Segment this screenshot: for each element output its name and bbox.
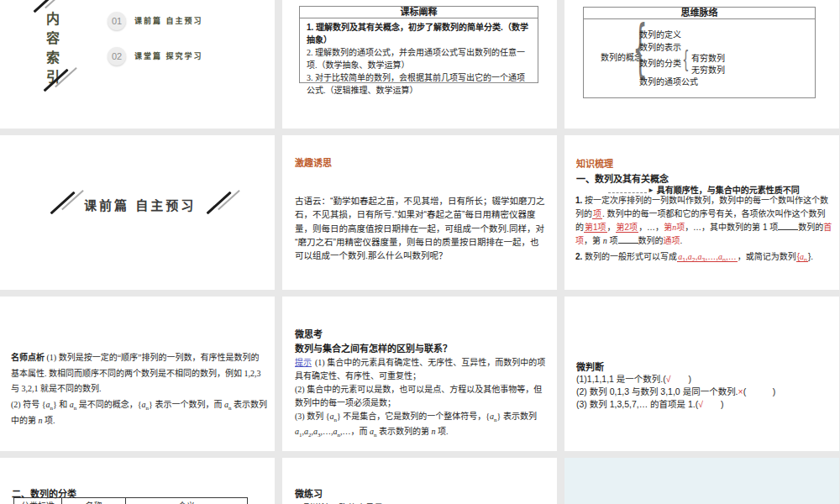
slide-toc[interactable]: 内容索引 01 课前篇 自主预习 02 课堂篇 探究学习 bbox=[0, 0, 275, 129]
judge-item-1: (1)1,1,1,1 是一个数列.(√ ) bbox=[576, 372, 775, 385]
curriculum-item: 1. 理解数列及其有关概念，初步了解数列的简单分类.（数学抽象） bbox=[307, 21, 531, 46]
hint-p1: (1) 集合中的元素具有确定性、无序性、互异性，而数列中的项具有确定性、有序性、… bbox=[295, 358, 545, 381]
mindmap-box-title: 思维脉络 bbox=[584, 8, 815, 19]
slide-micro-judge[interactable]: 微判断 (1)1,1,1,1 是一个数列.(√ ) (2) 数列 0,1,3 与… bbox=[564, 297, 839, 451]
micro-think-heading: 微思考 bbox=[295, 327, 323, 340]
slide-knowledge[interactable]: 知识梳理 一、数列及其有关概念 ► 具有顺序性，与集合中的元素性质不同 1. 按… bbox=[564, 135, 839, 290]
curriculum-item: 2. 理解数列的通项公式，并会用通项公式写出数列的任意一项.（数学抽象、数学运算… bbox=[307, 46, 531, 71]
mindmap-branch: 数列的定义 bbox=[639, 28, 681, 40]
knowledge-heading: 知识梳理 bbox=[576, 156, 613, 170]
toc-item-explore[interactable]: 课堂篇 探究学习 bbox=[134, 47, 203, 66]
pen-icon bbox=[203, 182, 244, 220]
brace-left-icon: { bbox=[682, 48, 689, 72]
knowledge-item-2: 2. 数列的一般形式可以写成a1,a2,a3,…,an,…，或简记为数列{an}… bbox=[575, 250, 833, 267]
motivation-body: 古语云：“勤学如春起之苗，不见其增，日有所长；辍学如磨刀之石，不见其损，日有所亏… bbox=[295, 194, 546, 262]
mindmap-branch: 数列的通项公式 bbox=[639, 75, 698, 87]
mindmap-sub-branch: 有穷数列 bbox=[691, 51, 725, 64]
micro-practice-line: 下列说法正确的序号是 bbox=[295, 501, 383, 504]
hint-label: 提示 bbox=[295, 358, 312, 367]
micro-practice-heading: 微练习 bbox=[295, 486, 323, 500]
index-badge-02: 02 bbox=[108, 47, 126, 66]
slide-mind-map[interactable]: 思维脉络 数列的概念 { 数列的定义 数列的表示 数列的分类 数列的通项公式 {… bbox=[564, 0, 839, 129]
slide-motivation[interactable]: 激趣诱思 古语云：“勤学如春起之苗，不见其增，日有所长；辍学如磨刀之石，不见其损… bbox=[282, 135, 557, 290]
slide-divider-blue[interactable] bbox=[564, 458, 839, 504]
knowledge-item-1: 1. 按一定次序排列的一列数叫作数列，数列中的每一个数叫作这个数列的项. 数列中… bbox=[575, 194, 833, 248]
mindmap-branch: 数列的表示 bbox=[639, 40, 681, 53]
index-badge-01: 01 bbox=[108, 12, 126, 30]
table-header-name: 名称 bbox=[62, 498, 126, 504]
curriculum-box-title: 课标阐释 bbox=[300, 7, 538, 18]
curriculum-box: 课标阐释 1. 理解数列及其有关概念，初步了解数列的简单分类.（数学抽象） 2.… bbox=[299, 6, 538, 83]
teacher-note-block: 名师点析 (1) 数列是按一定的“顺序”排列的一列数，有序性是数列的基本属性. … bbox=[11, 350, 267, 429]
slide-micro-think[interactable]: 微思考 数列与集合之间有怎样的区别与联系？ 提示(1) 集合中的元素具有确定性、… bbox=[282, 297, 557, 451]
pen-icon bbox=[47, 182, 87, 220]
slide-section-title[interactable]: 课前篇 自主预习 bbox=[0, 135, 275, 290]
classification-table: 分类标准 名称 含义 bbox=[13, 497, 248, 504]
curriculum-item: 3. 对于比较简单的数列，会根据其前几项写出它的一个通项公式.（逻辑推理、数学运… bbox=[307, 71, 531, 97]
slide-curriculum-notes[interactable]: 课标阐释 1. 理解数列及其有关概念，初步了解数列的简单分类.（数学抽象） 2.… bbox=[282, 0, 557, 129]
teacher-note-p2: (2) 符号 {an} 和 an 是不同的概念，{an} 表示一个数列，而 an… bbox=[11, 397, 267, 429]
section-title: 课前篇 自主预习 bbox=[84, 196, 196, 213]
arrowhead-icon: ► bbox=[648, 186, 654, 194]
micro-think-question: 数列与集合之间有怎样的区别与联系？ bbox=[295, 341, 452, 354]
slide-micro-practice[interactable]: 微练习 下列说法正确的序号是 bbox=[282, 458, 557, 504]
hint-p2: (2) 集合中的元素可以是数，也可以是点、方程以及其他事物等，但数列中的每一项必… bbox=[295, 383, 548, 410]
judge-item-3: (3) 数列 1,3,5,7,… 的首项是 1.(√ ) bbox=[576, 397, 775, 410]
toc-item-preview[interactable]: 课前篇 自主预习 bbox=[134, 12, 203, 30]
slide-grid: 内容索引 01 课前篇 自主预习 02 课堂篇 探究学习 课标阐释 1. 理解数… bbox=[0, 0, 839, 504]
slide-classification[interactable]: 二、数列的分类 分类标准 名称 含义 bbox=[0, 458, 275, 504]
micro-think-hint: 提示(1) 集合中的元素具有确定性、无序性、互异性，而数列中的项具有确定性、有序… bbox=[295, 356, 548, 440]
mindmap-branch: 数列的分类 bbox=[639, 56, 681, 69]
mindmap-sub-branch: 无穷数列 bbox=[691, 63, 725, 76]
dashed-arrow-icon bbox=[608, 187, 647, 193]
mindmap-box: 思维脉络 数列的概念 { 数列的定义 数列的表示 数列的分类 数列的通项公式 {… bbox=[583, 7, 816, 98]
motivation-heading: 激趣诱思 bbox=[295, 155, 332, 169]
judge-item-2: (2) 数列 0,1,3 与数列 3,1,0 是同一个数列.×( ) bbox=[576, 385, 775, 397]
micro-judge-heading: 微判断 bbox=[576, 360, 604, 373]
table-header-meaning: 含义 bbox=[126, 498, 248, 504]
slide-teacher-note[interactable]: 名师点析 (1) 数列是按一定的“顺序”排列的一列数，有序性是数列的基本属性. … bbox=[0, 297, 275, 451]
table-header-standard: 分类标准 bbox=[14, 498, 62, 504]
teacher-note-p1: 名师点析 (1) 数列是按一定的“顺序”排列的一列数，有序性是数列的基本属性. … bbox=[11, 350, 267, 397]
hint-p3: (3) 数列 {an} 不是集合，它是数列的一个整体符号，{an} 表示数列 a… bbox=[295, 410, 548, 440]
